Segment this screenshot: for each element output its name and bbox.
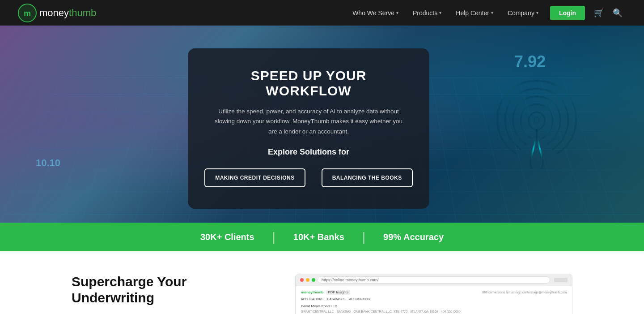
hero-number-top: 7.92	[514, 52, 546, 71]
hero-description: Utilize the speed, power, and accuracy o…	[211, 107, 406, 137]
chevron-down-icon: ▾	[439, 10, 441, 15]
credit-decisions-button[interactable]: MAKING CREDIT DECISIONS	[204, 168, 305, 187]
app-screenshot-inner: https://online.moneythumb.com/ moneythum…	[296, 274, 572, 314]
nav-products[interactable]: Products ▾	[407, 6, 448, 20]
chevron-down-icon: ▾	[396, 10, 398, 15]
hero-title: SPEED UP YOUR WORKFLOW	[211, 68, 406, 99]
nav-menu: Who We Serve ▾ Products ▾ Help Center ▾ …	[346, 4, 626, 22]
svg-text:m: m	[24, 9, 31, 17]
nav-company[interactable]: Company ▾	[501, 6, 545, 20]
app-logo-sm: moneythumb	[301, 290, 323, 294]
logo[interactable]: m moneythumb	[18, 4, 96, 22]
browser-dot-red	[300, 278, 304, 282]
app-browser-bar: https://online.moneythumb.com/	[296, 274, 572, 286]
balancing-books-button[interactable]: BALANCING THE BOOKS	[322, 168, 413, 187]
chevron-down-icon: ▾	[536, 10, 538, 15]
chevron-down-icon: ▾	[491, 10, 493, 15]
app-company-detail: GRANT CENTRAL LLC - BANKING - ONE BANK C…	[301, 310, 567, 313]
browser-dot-green	[312, 278, 315, 282]
bottom-heading: Supercharge Your Underwriting	[72, 274, 259, 306]
explore-label: Explore Solutions for	[211, 147, 406, 157]
logo-icon: m	[18, 4, 37, 22]
app-company-name: Great Meals Food LLC	[301, 304, 567, 308]
bottom-section: Supercharge Your Underwriting PDF Insigh…	[0, 251, 644, 314]
cart-icon[interactable]: 🛒	[590, 4, 607, 22]
hero-section: 7.92 10.10	[0, 26, 644, 223]
nav-who-we-serve[interactable]: Who We Serve ▾	[346, 6, 405, 20]
app-content: moneythumb PDF Insights 888 conversions …	[296, 286, 572, 314]
svg-point-3	[534, 118, 539, 123]
stat-clients: 30K+ Clients	[182, 232, 272, 242]
browser-dot-yellow	[306, 278, 309, 282]
app-nav-row: APPLICATIONS DATABASES ACCOUNTING	[301, 297, 567, 301]
stats-bar: 30K+ Clients | 10K+ Banks | 99% Accuracy	[0, 223, 644, 251]
nav-help-center[interactable]: Help Center ▾	[449, 6, 500, 20]
login-button[interactable]: Login	[550, 6, 585, 20]
hero-buttons: MAKING CREDIT DECISIONS BALANCING THE BO…	[211, 167, 406, 189]
search-icon[interactable]: 🔍	[609, 4, 626, 22]
stat-banks: 10K+ Banks	[275, 232, 362, 242]
app-user-info: 888 conversions remaining | centerstage@…	[482, 291, 567, 294]
hero-card: SPEED UP YOUR WORKFLOW Utilize the speed…	[188, 48, 429, 209]
stat-accuracy: 99% Accuracy	[365, 232, 462, 242]
stat-divider-2: |	[362, 230, 365, 244]
stat-divider-1: |	[272, 230, 275, 244]
app-url-bar: https://online.moneythumb.com/	[318, 276, 550, 284]
fingerprint-graphic	[487, 75, 586, 173]
app-logo-row: moneythumb PDF Insights 888 conversions …	[301, 290, 567, 295]
app-tag: PDF Insights	[326, 290, 350, 295]
app-menu-icon	[554, 278, 568, 282]
bottom-text: Supercharge Your Underwriting PDF Insigh…	[72, 274, 259, 314]
app-screenshot: https://online.moneythumb.com/ moneythum…	[295, 274, 572, 314]
hero-number-left: 10.10	[36, 157, 60, 169]
navbar: m moneythumb Who We Serve ▾ Products ▾ H…	[0, 0, 644, 26]
logo-text: moneythumb	[39, 7, 96, 19]
